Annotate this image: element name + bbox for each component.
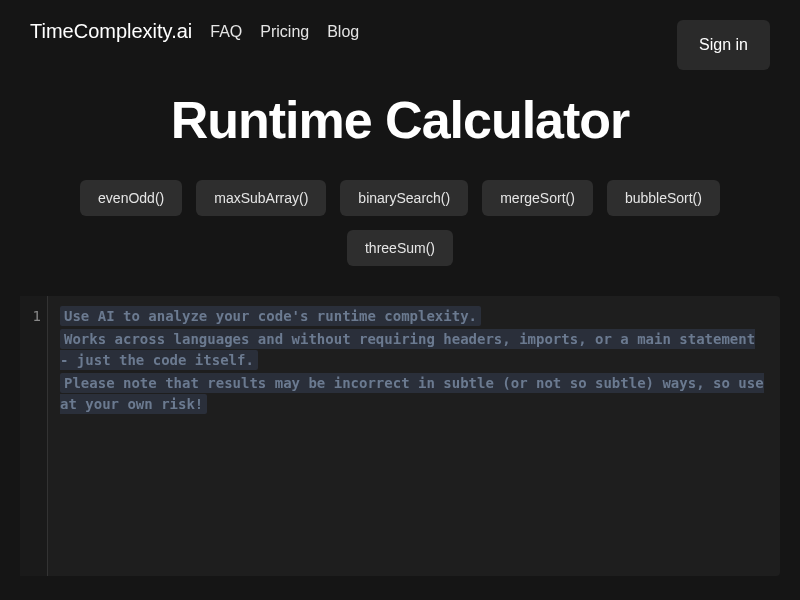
editor-placeholder-line1: Use AI to analyze your code's runtime co… [64, 308, 477, 324]
header: TimeComplexity.ai FAQ Pricing Blog Sign … [0, 0, 800, 80]
example-maxsubarray-button[interactable]: maxSubArray() [196, 180, 326, 216]
nav-left: TimeComplexity.ai FAQ Pricing Blog [30, 20, 359, 43]
nav-link-faq[interactable]: FAQ [210, 23, 242, 41]
code-editor[interactable]: 1 Use AI to analyze your code's runtime … [20, 296, 780, 576]
nav-link-blog[interactable]: Blog [327, 23, 359, 41]
nav-link-pricing[interactable]: Pricing [260, 23, 309, 41]
brand-logo[interactable]: TimeComplexity.ai [30, 20, 192, 43]
example-bubblesort-button[interactable]: bubbleSort() [607, 180, 720, 216]
example-evenodd-button[interactable]: evenOdd() [80, 180, 182, 216]
example-mergesort-button[interactable]: mergeSort() [482, 180, 593, 216]
hero-section: Runtime Calculator [0, 80, 800, 180]
editor-gutter: 1 [20, 296, 48, 576]
editor-placeholder-line3: Please note that results may be incorrec… [60, 375, 764, 412]
example-binarysearch-button[interactable]: binarySearch() [340, 180, 468, 216]
editor-placeholder-line2: Works across languages and without requi… [60, 331, 755, 368]
editor-content[interactable]: Use AI to analyze your code's runtime co… [48, 296, 780, 576]
example-chips: evenOdd() maxSubArray() binarySearch() m… [0, 180, 800, 286]
signin-button[interactable]: Sign in [677, 20, 770, 70]
page-title: Runtime Calculator [20, 90, 780, 150]
example-threesum-button[interactable]: threeSum() [347, 230, 453, 266]
line-number: 1 [26, 306, 41, 327]
